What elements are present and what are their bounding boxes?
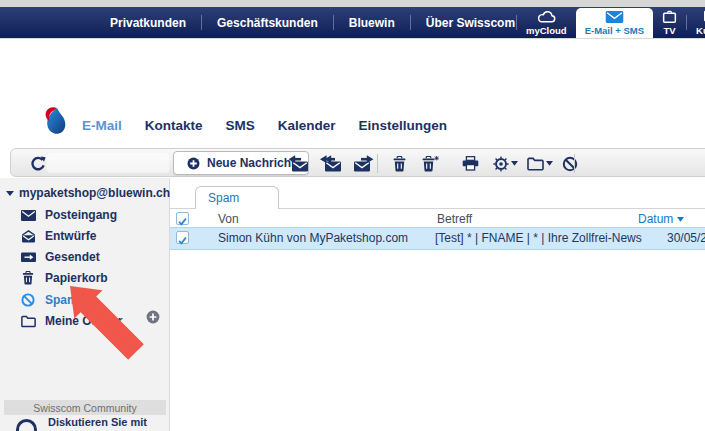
- sent-icon: [20, 251, 36, 263]
- top-nav-apps: myCloud E-Mail + SMS TV Kunde: [516, 7, 705, 38]
- app-mycloud[interactable]: myCloud: [517, 7, 576, 38]
- message-from[interactable]: Simon Kühn von MyPaketshop.com: [218, 231, 408, 245]
- add-folder-button[interactable]: [146, 310, 160, 327]
- app-kundencenter[interactable]: Kunde: [687, 7, 705, 38]
- sidebar-item-meine-ordner[interactable]: Meine Ordner: [20, 311, 122, 331]
- tab-spam[interactable]: Spam: [195, 186, 279, 209]
- menu-item-email[interactable]: E-Mail: [82, 118, 122, 133]
- sidebar-item-label: Entwürfe: [45, 229, 96, 243]
- column-header-betreff[interactable]: Betreff: [437, 212, 472, 226]
- top-navigation-bar: Privatkunden Geschäftskunden Bluewin Übe…: [0, 7, 705, 39]
- window-top-strip: [0, 0, 705, 7]
- account-address: mypaketshop@bluewin.ch: [19, 186, 170, 200]
- folder-icon: [20, 315, 36, 328]
- mail-icon: [605, 11, 624, 23]
- printer-icon: [462, 156, 479, 171]
- print-button[interactable]: [456, 149, 484, 178]
- account-row[interactable]: mypaketshop@bluewin.ch: [6, 186, 170, 200]
- block-icon: [562, 156, 578, 172]
- plus-circle-icon: [187, 157, 200, 170]
- chevron-down-icon: [546, 161, 553, 166]
- nav-link-geschaeftskunden[interactable]: Geschäftskunden: [202, 16, 333, 30]
- community-link[interactable]: Diskutieren Sie mit: [48, 416, 147, 428]
- mail-toolbar: Neue Nachricht: [10, 148, 705, 177]
- app-label: TV: [663, 25, 675, 36]
- webmail-screen: Privatkunden Geschäftskunden Bluewin Übe…: [0, 0, 705, 431]
- new-message-label: Neue Nachricht: [207, 156, 295, 170]
- delete-forever-button[interactable]: [417, 149, 443, 178]
- sidebar-item-label: Meine Ordner: [45, 314, 122, 328]
- top-nav-links: Privatkunden Geschäftskunden Bluewin Übe…: [95, 7, 530, 38]
- community-header: Swisscom Community: [4, 400, 166, 415]
- app-label: myCloud: [526, 25, 567, 36]
- plus-circle-icon: [146, 310, 160, 324]
- drafts-icon: [20, 230, 36, 243]
- sort-down-icon: [677, 217, 684, 222]
- check-icon: [177, 235, 188, 246]
- trash-icon: [393, 156, 406, 172]
- gear-icon: [493, 156, 509, 172]
- community-header-label: Swisscom Community: [33, 402, 136, 414]
- tab-label: Spam: [208, 191, 239, 205]
- message-date[interactable]: 30/05/20: [667, 231, 705, 245]
- forward-icon: [353, 155, 375, 172]
- menu-item-kalender[interactable]: Kalender: [278, 118, 336, 133]
- message-subject[interactable]: [Test] * | FNAME | * | Ihre Zollfrei-New…: [435, 231, 642, 245]
- reply-button[interactable]: [284, 149, 312, 178]
- sidebar-item-entwuerfe[interactable]: Entwürfe: [20, 226, 96, 246]
- sidebar-item-label: Spam: [45, 293, 78, 307]
- forward-button[interactable]: [350, 149, 378, 178]
- settings-dropdown-button[interactable]: [489, 149, 521, 178]
- column-header-datum[interactable]: Datum: [638, 212, 684, 226]
- sidebar-item-label: Gesendet: [45, 250, 100, 264]
- inbox-icon: [20, 210, 36, 221]
- sidebar-item-label: Posteingang: [45, 208, 117, 222]
- nav-link-ueber-swisscom[interactable]: Über Swisscom: [411, 16, 530, 30]
- swisscom-logo: [43, 105, 69, 138]
- app-menu: E-Mail Kontakte SMS Kalender Einstellung…: [82, 118, 447, 133]
- tv-icon: [662, 10, 677, 23]
- column-header-von[interactable]: Von: [218, 212, 239, 226]
- nav-link-bluewin[interactable]: Bluewin: [334, 16, 410, 30]
- reply-all-button[interactable]: [317, 149, 345, 178]
- check-icon: [177, 216, 188, 227]
- sidebar-item-gesendet[interactable]: Gesendet: [20, 247, 100, 267]
- sidebar-item-label: Papierkorb: [45, 271, 108, 285]
- toolbar-separator: [377, 154, 378, 173]
- block-icon: [20, 293, 36, 307]
- row-checkbox[interactable]: [176, 231, 189, 244]
- reply-icon: [287, 155, 309, 172]
- menu-item-sms[interactable]: SMS: [226, 118, 255, 133]
- toolbar-inset: [46, 152, 170, 173]
- app-tv[interactable]: TV: [653, 7, 686, 38]
- app-label: E-Mail + SMS: [585, 25, 644, 36]
- folder-icon: [527, 157, 544, 171]
- block-sender-button[interactable]: [558, 149, 582, 178]
- sidebar-item-papierkorb[interactable]: Papierkorb: [20, 268, 108, 288]
- trash-icon: [20, 271, 36, 285]
- app-email-sms[interactable]: E-Mail + SMS: [576, 8, 653, 38]
- select-all-checkbox[interactable]: [176, 212, 189, 225]
- nav-link-privatkunden[interactable]: Privatkunden: [95, 16, 201, 30]
- app-label: Kunde: [696, 25, 705, 36]
- trash-forever-icon: [422, 156, 439, 172]
- toolbar-separator: [574, 154, 575, 173]
- expander-caret-icon: [6, 191, 14, 196]
- cloud-icon: [536, 10, 557, 23]
- column-header-label: Datum: [638, 212, 673, 226]
- menu-item-einstellungen[interactable]: Einstellungen: [359, 118, 448, 133]
- chevron-down-icon: [511, 161, 518, 166]
- move-to-folder-button[interactable]: [523, 149, 556, 178]
- sidebar-item-posteingang[interactable]: Posteingang: [20, 205, 117, 225]
- refresh-icon: [30, 156, 46, 172]
- menu-item-kontakte[interactable]: Kontakte: [145, 118, 203, 133]
- delete-button[interactable]: [387, 149, 411, 178]
- reply-all-icon: [320, 155, 342, 172]
- sidebar-item-spam[interactable]: Spam: [20, 290, 78, 310]
